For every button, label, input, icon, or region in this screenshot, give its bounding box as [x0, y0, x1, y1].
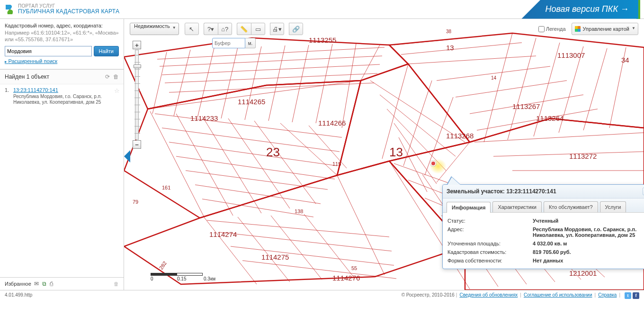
logo-icon	[4, 4, 15, 15]
print-icon[interactable]: ⎙	[50, 280, 53, 287]
zoom-out-btn[interactable]: −	[133, 140, 141, 149]
info-label: Уточненная площадь:	[447, 241, 533, 246]
cad-label: 34	[621, 56, 629, 64]
cad-label: 55	[351, 265, 357, 271]
result-number: 1.	[5, 87, 9, 93]
footer: 4.01.499.http © Росреестр, 2010-2016 | С…	[0, 290, 644, 301]
cad-label: 1113264	[536, 114, 564, 122]
tab-svcs[interactable]: Услуги	[600, 201, 626, 212]
info-row: Адрес: Республика Мордовия, г.о. Саранск…	[447, 225, 644, 239]
favorites-panel: Избранное ✉ ⧉ ⎙ 🗑	[0, 277, 124, 290]
selected-parcel-marker[interactable]	[430, 161, 436, 166]
info-row: Форма собственности: Нет данных	[447, 256, 644, 265]
parcel-popup: Земельный участок: 13:23:1114270:141 ✕ И…	[442, 184, 644, 269]
info-label: Кадастровая стоимость:	[447, 249, 533, 255]
tab-characteristics[interactable]: Характеристики	[492, 201, 542, 212]
identify-btn[interactable]: ?▾	[204, 23, 218, 35]
popup-arrow	[447, 176, 461, 185]
refresh-icon[interactable]: ⟳	[105, 73, 110, 80]
popup-tabs: Информация Характеристики Кто обслуживае…	[443, 199, 644, 213]
cad-label: 1212001	[569, 269, 597, 277]
clear-favorites-icon[interactable]: 🗑	[114, 281, 119, 287]
map-management-select[interactable]: Управление картой	[572, 23, 638, 35]
buffer-unit-btn[interactable]: м.	[245, 38, 256, 48]
info-value: 819 705.60 руб.	[533, 249, 644, 255]
search-panel: Кадастровый номер, адрес, координата: На…	[0, 19, 124, 69]
print-btn[interactable]: 🖨▾	[270, 23, 284, 35]
info-row: Уточненная площадь: 4 032.00 кв. м	[447, 239, 644, 248]
cad-label: 1113272	[569, 152, 597, 160]
zoom-slider[interactable]	[135, 50, 139, 140]
popup-title: Земельный участок: 13:23:1114270:141	[447, 188, 556, 195]
buffer-input-group: м.	[212, 38, 256, 48]
copyright: © Росреестр, 2010-2016	[402, 292, 455, 299]
scale-0: 0	[151, 276, 177, 281]
updates-link[interactable]: Сведения об обновлениях	[459, 292, 518, 299]
legend-toggle[interactable]: Легенда	[538, 26, 566, 32]
cad-label: 14	[491, 75, 497, 81]
map-management-label: Управление картой	[583, 26, 629, 32]
info-label: Статус:	[447, 218, 533, 224]
map-area[interactable]: Недвижимость ↖ ?▾ ⌂? 📏 ▭ 🖨▾ 🔗 Легенда	[124, 19, 644, 290]
cad-label: 1113007	[557, 51, 585, 59]
cad-label: 1114233	[190, 114, 218, 122]
link-btn[interactable]: 🔗	[289, 23, 303, 35]
result-address: Республика Мордовия, г.о. Саранск, р.п. …	[13, 94, 119, 106]
info-value: Нет данных	[533, 258, 644, 263]
agreement-link[interactable]: Соглашение об использовании	[524, 292, 592, 299]
scale-bar: 0 0.15 0.3км	[151, 273, 230, 281]
app-title[interactable]: ПУБЛИЧНАЯ КАДАСТРОВАЯ КАРТА	[18, 9, 119, 15]
result-link[interactable]: 13:23:1114270:141	[13, 87, 58, 93]
legend-checkbox[interactable]	[538, 26, 545, 32]
results-header: Найден 1 объект ⟳ 🗑	[0, 69, 124, 84]
cad-label: 13	[389, 145, 403, 159]
zoom-handle[interactable]	[134, 64, 141, 68]
marker-pin-icon	[430, 161, 436, 166]
cad-label: 161	[162, 185, 170, 190]
cad-label: 1114274	[209, 230, 237, 238]
logo-text: ПОРТАЛ УСЛУГ ПУБЛИЧНАЯ КАДАСТРОВАЯ КАРТА	[18, 3, 119, 15]
export-excel-icon[interactable]: ⧉	[42, 280, 46, 287]
zoom-in-btn[interactable]: +	[133, 41, 141, 49]
search-label: Кадастровый номер, адрес, координата:	[5, 23, 119, 28]
pointer-tool-btn[interactable]: ↖	[185, 23, 199, 35]
twitter-icon[interactable]: t	[625, 292, 631, 299]
result-item[interactable]: 1. 13:23:1114270:141 ☆ Республика Мордов…	[0, 84, 124, 108]
measure-line-btn[interactable]: 📏	[237, 23, 251, 35]
tab-info[interactable]: Информация	[447, 202, 491, 213]
info-value: Учтенный	[533, 218, 644, 224]
trash-icon[interactable]: 🗑	[113, 73, 119, 80]
app-header: ПОРТАЛ УСЛУГ ПУБЛИЧНАЯ КАДАСТРОВАЯ КАРТА…	[0, 0, 644, 19]
favorite-star-icon[interactable]: ☆	[114, 87, 120, 94]
cad-label: 1113267	[512, 102, 540, 110]
new-version-link[interactable]: Новая версия ПКК →	[521, 0, 638, 19]
building-info-btn[interactable]: ⌂?	[218, 23, 232, 35]
tab-service[interactable]: Кто обслуживает?	[544, 201, 598, 212]
measure-area-btn[interactable]: ▭	[251, 23, 265, 35]
help-link[interactable]: Справка	[598, 292, 617, 299]
mail-icon[interactable]: ✉	[34, 280, 39, 287]
cad-label: 1114276	[332, 274, 360, 282]
cad-label: 1114275	[261, 253, 289, 261]
sidebar: Кадастровый номер, адрес, координата: На…	[0, 19, 124, 290]
advanced-search-link[interactable]: Расширенный поиск	[5, 58, 57, 64]
cad-label: 1113268	[446, 132, 474, 140]
info-value: Республика Мордовия, г.о. Саранск, р.п. …	[533, 226, 644, 238]
results-count: Найден 1 объект	[5, 73, 103, 80]
cad-label: 13	[446, 44, 454, 52]
sidebar-toggle[interactable]	[124, 150, 130, 163]
scale-1: 0.15	[177, 276, 204, 281]
search-hint: Например «61:6:10104:12», «61:6:*», «Мос…	[5, 29, 119, 43]
cad-label: 1114265	[238, 98, 265, 106]
search-button[interactable]: Найти	[94, 46, 119, 56]
facebook-icon[interactable]: f	[633, 292, 639, 299]
search-input[interactable]	[5, 46, 92, 56]
legend-label: Легенда	[546, 26, 566, 32]
info-label: Форма собственности:	[447, 258, 533, 263]
info-row: Статус: Учтенный	[447, 217, 644, 225]
buffer-input[interactable]	[212, 38, 245, 48]
info-value: 4 032.00 кв. м	[533, 241, 644, 246]
cad-label: 38	[446, 29, 452, 34]
info-label: Адрес:	[447, 226, 533, 238]
layer-select[interactable]: Недвижимость	[130, 23, 179, 35]
